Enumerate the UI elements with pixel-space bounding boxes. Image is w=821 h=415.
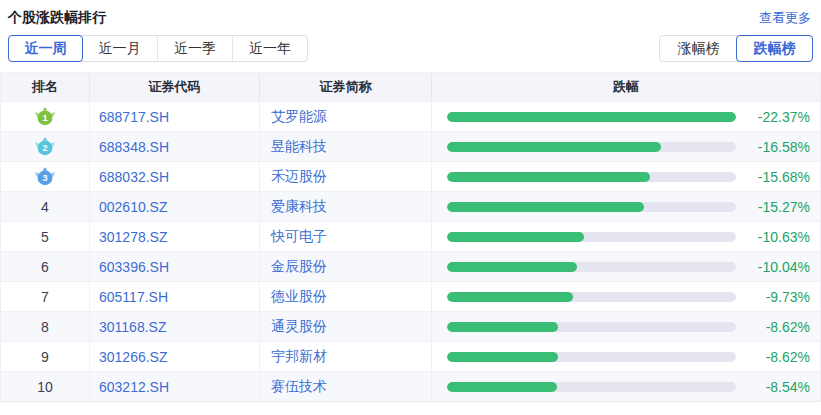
- col-header-name: 证券简称: [259, 73, 431, 101]
- ranking-table: 排名 证券代码 证券简称 跌幅 1 688717.SH 艾罗能源 -22.37: [0, 72, 821, 402]
- col-header-rank: 排名: [1, 73, 89, 101]
- table-header-row: 排名 证券代码 证券简称 跌幅: [1, 73, 820, 101]
- table-row[interactable]: 3 688032.SH 禾迈股份 -15.68%: [1, 161, 820, 191]
- stock-code[interactable]: 301278.SZ: [89, 222, 259, 251]
- stock-code[interactable]: 603396.SH: [89, 252, 259, 281]
- change-bar-track: [447, 112, 736, 122]
- table-row[interactable]: 1 688717.SH 艾罗能源 -22.37%: [1, 101, 820, 131]
- change-percent: -9.73%: [736, 289, 810, 305]
- stock-code[interactable]: 002610.SZ: [89, 192, 259, 221]
- change-bar: [447, 292, 573, 302]
- stock-code[interactable]: 688348.SH: [89, 132, 259, 161]
- stock-code[interactable]: 688717.SH: [89, 102, 259, 131]
- change-bar-track: [447, 322, 736, 332]
- change-percent: -10.04%: [736, 259, 810, 275]
- col-header-code: 证券代码: [89, 73, 259, 101]
- board-tab-group: 涨幅榜 跌幅榜: [659, 35, 813, 62]
- controls-row: 近一周 近一月 近一季 近一年 涨幅榜 跌幅榜: [0, 32, 821, 72]
- change-bar: [447, 262, 577, 272]
- change-bar: [447, 352, 558, 362]
- rank-1-medal-icon: 1: [33, 107, 57, 126]
- stock-code[interactable]: 301168.SZ: [89, 312, 259, 341]
- change-bar: [447, 142, 661, 152]
- view-more-link[interactable]: 查看更多: [759, 9, 811, 27]
- page-title: 个股涨跌幅排行: [8, 9, 106, 27]
- col-header-change: 跌幅: [431, 73, 820, 101]
- table-row[interactable]: 9 301266.SZ 宇邦新材 -8.62%: [1, 341, 820, 371]
- change-percent: -15.27%: [736, 199, 810, 215]
- stock-name[interactable]: 爱康科技: [259, 192, 431, 221]
- rank-number: 8: [1, 312, 89, 341]
- table-row[interactable]: 7 605117.SH 德业股份 -9.73%: [1, 281, 820, 311]
- svg-text:3: 3: [42, 173, 47, 183]
- change-bar-track: [447, 262, 736, 272]
- stock-name[interactable]: 昱能科技: [259, 132, 431, 161]
- change-bar: [447, 112, 736, 122]
- stock-code[interactable]: 603212.SH: [89, 372, 259, 401]
- rank-number: 9: [1, 342, 89, 371]
- rank-number: 5: [1, 222, 89, 251]
- change-percent: -16.58%: [736, 139, 810, 155]
- change-bar-track: [447, 292, 736, 302]
- change-bar: [447, 382, 557, 392]
- rank-number: 6: [1, 252, 89, 281]
- stock-name[interactable]: 金辰股份: [259, 252, 431, 281]
- change-percent: -8.62%: [736, 349, 810, 365]
- stock-name[interactable]: 德业股份: [259, 282, 431, 311]
- change-bar: [447, 202, 644, 212]
- change-bar-track: [447, 232, 736, 242]
- tab-losers-board[interactable]: 跌幅榜: [736, 35, 813, 62]
- table-row[interactable]: 5 301278.SZ 快可电子 -10.63%: [1, 221, 820, 251]
- svg-text:2: 2: [42, 143, 47, 153]
- change-bar-track: [447, 172, 736, 182]
- stock-name[interactable]: 禾迈股份: [259, 162, 431, 191]
- change-percent: -15.68%: [736, 169, 810, 185]
- tab-period-month[interactable]: 近一月: [82, 36, 157, 61]
- table-row[interactable]: 2 688348.SH 昱能科技 -16.58%: [1, 131, 820, 161]
- widget-header: 个股涨跌幅排行 查看更多: [0, 0, 821, 32]
- change-bar: [447, 172, 650, 182]
- table-body: 1 688717.SH 艾罗能源 -22.37% 2: [1, 101, 820, 401]
- change-percent: -8.54%: [736, 379, 810, 395]
- stock-ranking-widget: 个股涨跌幅排行 查看更多 近一周 近一月 近一季 近一年 涨幅榜 跌幅榜 排名 …: [0, 0, 821, 415]
- change-bar: [447, 232, 584, 242]
- change-bar-track: [447, 382, 736, 392]
- change-percent: -8.62%: [736, 319, 810, 335]
- stock-code[interactable]: 688032.SH: [89, 162, 259, 191]
- rank-number: 10: [1, 372, 89, 401]
- stock-name[interactable]: 艾罗能源: [259, 102, 431, 131]
- tab-period-year[interactable]: 近一年: [232, 36, 307, 61]
- change-bar-track: [447, 352, 736, 362]
- tab-gainers-board[interactable]: 涨幅榜: [660, 36, 737, 61]
- stock-name[interactable]: 赛伍技术: [259, 372, 431, 401]
- change-bar-track: [447, 202, 736, 212]
- table-row[interactable]: 6 603396.SH 金辰股份 -10.04%: [1, 251, 820, 281]
- rank-3-medal-icon: 3: [33, 167, 57, 186]
- change-bar-track: [447, 142, 736, 152]
- stock-name[interactable]: 宇邦新材: [259, 342, 431, 371]
- table-row[interactable]: 10 603212.SH 赛伍技术 -8.54%: [1, 371, 820, 401]
- rank-number: 4: [1, 192, 89, 221]
- rank-2-medal-icon: 2: [33, 137, 57, 156]
- table-row[interactable]: 8 301168.SZ 通灵股份 -8.62%: [1, 311, 820, 341]
- stock-code[interactable]: 301266.SZ: [89, 342, 259, 371]
- table-row[interactable]: 4 002610.SZ 爱康科技 -15.27%: [1, 191, 820, 221]
- stock-name[interactable]: 通灵股份: [259, 312, 431, 341]
- tab-period-quarter[interactable]: 近一季: [157, 36, 232, 61]
- change-bar: [447, 322, 558, 332]
- stock-code[interactable]: 605117.SH: [89, 282, 259, 311]
- period-tab-group: 近一周 近一月 近一季 近一年: [8, 35, 308, 62]
- svg-text:1: 1: [42, 113, 47, 123]
- change-percent: -10.63%: [736, 229, 810, 245]
- tab-period-week[interactable]: 近一周: [8, 35, 83, 62]
- rank-number: 7: [1, 282, 89, 311]
- stock-name[interactable]: 快可电子: [259, 222, 431, 251]
- change-percent: -22.37%: [736, 109, 810, 125]
